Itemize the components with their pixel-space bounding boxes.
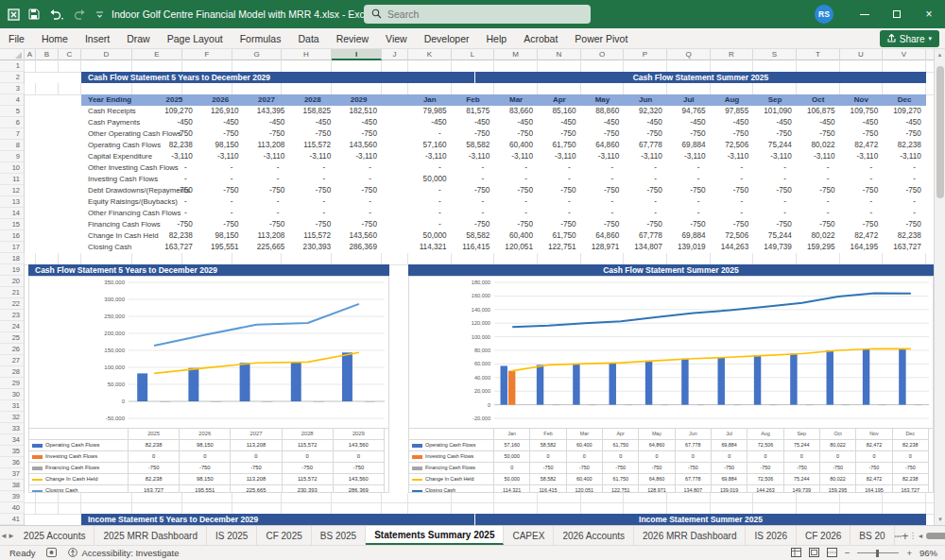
statement-cell[interactable]: -750 — [711, 185, 754, 196]
statement-cell[interactable]: - — [408, 208, 452, 219]
vertical-scroll-thumb[interactable] — [936, 66, 944, 198]
statement-cell[interactable]: -3,110 — [797, 151, 840, 162]
sheet-tab-2025-accounts[interactable]: 2025 Accounts — [15, 526, 95, 545]
statement-spacer-cell[interactable] — [382, 128, 408, 140]
statement-cell[interactable]: - — [151, 196, 198, 208]
statement-cell[interactable]: -450 — [538, 117, 581, 128]
accessibility-status[interactable]: Accessibility: Investigate — [81, 548, 179, 558]
statement-cell[interactable]: 109,270 — [151, 106, 198, 117]
column-header-R[interactable]: R — [711, 49, 753, 60]
statement-cell[interactable]: -450 — [753, 117, 797, 128]
statement-cell[interactable]: 79,985 — [408, 106, 452, 117]
statement-cell[interactable]: -750 — [711, 219, 754, 230]
sheet-tab-2025-mrr-dashboard[interactable]: 2025 MRR Dashboard — [94, 526, 207, 545]
row-header-18[interactable]: 18 — [0, 253, 24, 264]
statement-cell[interactable]: -450 — [244, 117, 290, 128]
statement-cell[interactable]: 139,019 — [667, 242, 711, 253]
statement-month-header[interactable]: Apr — [538, 94, 581, 106]
zoom-out-button[interactable]: − — [845, 548, 850, 558]
statement-cell[interactable]: - — [624, 196, 667, 208]
statement-cell[interactable]: -750 — [151, 219, 198, 230]
redo-icon[interactable] — [72, 8, 87, 20]
statement-cell[interactable]: - — [244, 162, 290, 174]
statement-cell[interactable]: - — [581, 162, 625, 174]
statement-cell[interactable]: -750 — [624, 128, 667, 140]
row-header-30[interactable]: 30 — [0, 389, 24, 400]
statement-cell[interactable]: 98,150 — [198, 230, 244, 242]
column-header-F[interactable]: F — [182, 49, 232, 60]
statement-cell[interactable]: - — [408, 128, 452, 140]
statement-cell[interactable]: -750 — [883, 219, 926, 230]
statement-cell[interactable]: -3,110 — [581, 151, 625, 162]
statement-cell[interactable]: - — [198, 174, 244, 185]
statement-cell[interactable]: 60,400 — [494, 230, 538, 242]
statement-cell[interactable]: - — [883, 196, 926, 208]
statement-cell[interactable]: 94,765 — [667, 106, 711, 117]
row-header-25[interactable]: 25 — [0, 332, 24, 344]
statement-cell[interactable]: - — [883, 174, 926, 185]
sheet-tab-cf-2026[interactable]: CF 2026 — [797, 526, 850, 545]
statement-cell[interactable]: 75,244 — [753, 140, 797, 151]
statement-cell[interactable]: 149,739 — [753, 242, 797, 253]
row-header-3[interactable]: 3 — [0, 83, 24, 94]
statement-cell[interactable]: 182,510 — [335, 106, 382, 117]
statement-cell[interactable]: - — [711, 196, 754, 208]
statement-cell[interactable]: -3,110 — [151, 151, 198, 162]
vertical-scrollbar[interactable]: ▲ ▼ — [934, 49, 945, 525]
row-header-21[interactable]: 21 — [0, 287, 24, 298]
statement-cell[interactable]: 114,321 — [408, 242, 452, 253]
statement-cell[interactable]: - — [840, 208, 884, 219]
statement-cell[interactable]: -750 — [667, 128, 711, 140]
statement-cell[interactable]: - — [624, 162, 667, 174]
statement-spacer-cell[interactable] — [382, 117, 408, 128]
statement-cell[interactable]: 64,860 — [581, 230, 625, 242]
statement-cell[interactable]: 120,051 — [494, 242, 538, 253]
statement-cell[interactable]: -750 — [335, 185, 382, 196]
statement-cell[interactable]: -750 — [883, 185, 926, 196]
row-header-16[interactable]: 16 — [0, 230, 24, 242]
column-header-S[interactable]: S — [753, 49, 797, 60]
zoom-slider[interactable] — [857, 552, 899, 553]
ribbon-tab-developer[interactable]: Developer — [416, 28, 478, 49]
statement-cell[interactable]: - — [711, 208, 754, 219]
statement-cell[interactable]: - — [408, 185, 452, 196]
tabs-prev-icon[interactable]: ◄ — [0, 526, 8, 545]
row-header-31[interactable]: 31 — [0, 400, 24, 412]
statement-cell[interactable]: - — [335, 174, 382, 185]
statement-cell[interactable]: 225,665 — [244, 242, 290, 253]
hscroll-left-icon[interactable]: ◄ — [918, 533, 924, 539]
statement-cell[interactable]: - — [198, 196, 244, 208]
statement-cell[interactable]: 143,560 — [335, 140, 382, 151]
statement-row-label[interactable]: Change In Cash Held — [81, 230, 151, 242]
statement-cell[interactable]: -750 — [289, 219, 335, 230]
cashflow-monthly-chart[interactable]: -20,000020,00040,00060,00080,000100,0001… — [408, 276, 934, 493]
column-header-P[interactable]: P — [624, 49, 667, 60]
statement-cell[interactable]: -3,110 — [624, 151, 667, 162]
statement-cell[interactable]: - — [494, 174, 538, 185]
restore-button[interactable] — [881, 0, 913, 28]
statement-month-header[interactable]: Mar — [494, 94, 538, 106]
statement-cell[interactable]: - — [538, 162, 581, 174]
row-header-8[interactable]: 8 — [0, 140, 24, 151]
statement-row-label[interactable]: Investing Cash Flows — [81, 174, 151, 185]
sheet-tab-bs-20[interactable]: BS 20 — [850, 526, 894, 545]
statement-cell[interactable]: -3,110 — [408, 151, 452, 162]
statement-cell[interactable]: -3,110 — [883, 151, 926, 162]
statement-cell[interactable]: - — [883, 208, 926, 219]
zoom-in-button[interactable]: + — [906, 548, 912, 558]
statement-cell[interactable]: 109,750 — [840, 106, 884, 117]
statement-cell[interactable]: - — [711, 174, 754, 185]
statement-cell[interactable]: 159,295 — [797, 242, 840, 253]
sheet-tab-is-2025[interactable]: IS 2025 — [207, 526, 257, 545]
statement-cell[interactable]: 106,875 — [797, 106, 840, 117]
statement-cell[interactable]: 58,582 — [452, 230, 495, 242]
statement-cell[interactable]: - — [624, 174, 667, 185]
ribbon-tab-home[interactable]: Home — [33, 28, 77, 49]
statement-cell[interactable]: - — [753, 162, 797, 174]
statement-row-label[interactable]: Capital Expenditure — [81, 151, 151, 162]
statement-cell[interactable]: 60,400 — [494, 140, 538, 151]
statement-cell[interactable]: -450 — [335, 117, 382, 128]
statement-cell[interactable]: -750 — [244, 219, 290, 230]
column-header-D[interactable]: D — [81, 49, 132, 60]
statement-cell[interactable]: - — [335, 208, 382, 219]
